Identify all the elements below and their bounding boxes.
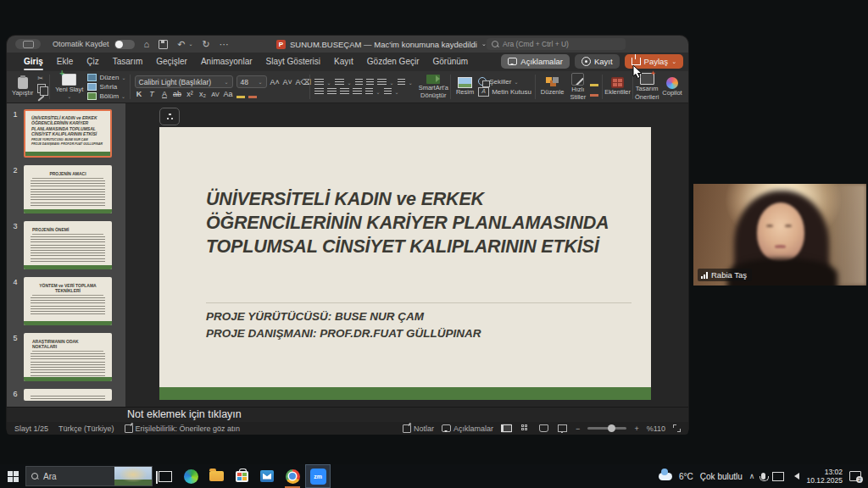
- layout-button[interactable]: Düzen⌄: [87, 74, 125, 81]
- align-right-icon[interactable]: [340, 88, 349, 96]
- zoom-app-button[interactable]: zm: [305, 464, 331, 488]
- weather-desc[interactable]: Çok bulutlu: [700, 472, 743, 481]
- thumbnail-item-1[interactable]: 1 ÜNİVERSİTELİ KADIN ve ERKEK ÖĞRENCİLER…: [7, 109, 125, 158]
- zoom-out-button[interactable]: −: [576, 424, 580, 433]
- thumbnail-slide-selected[interactable]: ÜNİVERSİTELİ KADIN ve ERKEK ÖĞRENCİLERİN…: [24, 109, 112, 158]
- textbox-button[interactable]: AMetin Kutusu: [478, 87, 531, 97]
- addins-button[interactable]: Eklentiler: [603, 71, 632, 103]
- taskbar-search-box[interactable]: Ara: [25, 466, 153, 486]
- subscript-button[interactable]: x₂: [198, 90, 208, 98]
- language-indicator[interactable]: Türkçe (Türkiye): [58, 424, 114, 433]
- tab-tasarim[interactable]: Tasarım: [106, 53, 150, 71]
- slide-thumbnail-panel[interactable]: 1 ÜNİVERSİTELİ KADIN ve ERKEK ÖĞRENCİLER…: [7, 103, 125, 407]
- new-slide-button[interactable]: Yeni Slayt ⌄: [53, 74, 85, 100]
- weather-icon[interactable]: [659, 473, 672, 480]
- thumbnail-slide[interactable]: PROJENİN AMACI: [24, 165, 112, 214]
- indent-decrease-icon[interactable]: [355, 79, 363, 86]
- tab-animasyonlar[interactable]: Animasyonlar: [194, 53, 259, 71]
- file-explorer-button[interactable]: [203, 464, 229, 488]
- change-case-button[interactable]: Aa: [224, 90, 233, 98]
- tray-expand-icon[interactable]: ∧: [749, 472, 755, 480]
- edge-taskbar-button[interactable]: [178, 464, 203, 488]
- font-size-select[interactable]: 48⌄: [236, 75, 267, 88]
- start-button[interactable]: [0, 464, 25, 488]
- font-name-select[interactable]: Calibri Light (Başlıklar)⌄: [135, 75, 233, 88]
- justify-icon[interactable]: [353, 88, 362, 96]
- tab-gozden-gecir[interactable]: Gözden Geçir: [360, 53, 426, 71]
- speaker-icon[interactable]: [791, 473, 799, 480]
- format-painter-icon[interactable]: [38, 95, 45, 101]
- slide-title[interactable]: ÜNİVERSİTELİ KADIN ve ERKEK ÖĞRENCİLERİN…: [206, 188, 640, 259]
- notes-placeholder[interactable]: Not eklemek için tıklayın: [127, 408, 242, 420]
- clock[interactable]: 13:02 10.12.2025: [806, 468, 843, 485]
- title-chevron-icon[interactable]: ⌄: [481, 41, 487, 47]
- zoom-level[interactable]: %110: [647, 424, 665, 433]
- microphone-icon[interactable]: [761, 473, 765, 480]
- tab-gorunum[interactable]: Görünüm: [426, 53, 476, 71]
- window-controls-pill[interactable]: [15, 39, 41, 49]
- grow-font-button[interactable]: A˄: [270, 78, 280, 86]
- notes-pane[interactable]: Not eklemek için tıklayın: [7, 407, 688, 422]
- paste-button[interactable]: Yapıştır: [10, 77, 35, 97]
- webcam-video-tile[interactable]: Rabia Taş: [693, 184, 866, 286]
- zoom-slider-knob[interactable]: [608, 424, 615, 432]
- picture-button[interactable]: Resim: [454, 77, 476, 96]
- thumbnail-item-6[interactable]: 6: [7, 389, 125, 401]
- quick-styles-button[interactable]: HızlıStiller: [568, 73, 587, 102]
- slide-counter[interactable]: Slayt 1/25: [14, 424, 48, 433]
- autosave-toggle[interactable]: [114, 40, 135, 49]
- reset-button[interactable]: Sıfırla: [87, 83, 125, 91]
- font-color-button[interactable]: [248, 90, 257, 98]
- highlight-color-button[interactable]: [236, 90, 245, 98]
- tab-slayt-gosterisi[interactable]: Slayt Gösterisi: [259, 53, 327, 71]
- chrome-button[interactable]: [280, 464, 305, 488]
- thumbnail-slide[interactable]: [24, 389, 112, 401]
- thumbnail-item-2[interactable]: 2 PROJENİN AMACI: [7, 165, 125, 214]
- indent-increase-icon[interactable]: [366, 79, 374, 86]
- zoom-in-button[interactable]: +: [634, 424, 638, 433]
- screen-share-icon[interactable]: [772, 472, 784, 481]
- thumbnail-item-4[interactable]: 4 YÖNTEM ve VERİ TOPLAMA TEKNİKLERİ: [7, 277, 125, 325]
- comments-button[interactable]: Açıklamalar: [501, 54, 570, 69]
- copy-icon[interactable]: [37, 84, 46, 93]
- tab-ekle[interactable]: Ekle: [50, 53, 80, 71]
- copilot-button[interactable]: Copilot: [660, 71, 683, 103]
- comments-toggle-button[interactable]: Açıklamalar: [442, 424, 493, 433]
- mail-button[interactable]: [254, 464, 280, 488]
- superscript-button[interactable]: x²: [186, 90, 195, 98]
- bold-button[interactable]: K: [135, 90, 144, 98]
- notes-toggle-button[interactable]: Notlar: [403, 424, 434, 433]
- shapes-button[interactable]: Şekiller⌄: [478, 77, 531, 86]
- annotation-tool-button[interactable]: [159, 108, 180, 125]
- home-icon[interactable]: ⌂: [144, 40, 150, 49]
- arrange-button[interactable]: Düzenle: [539, 77, 566, 96]
- redo-icon[interactable]: ↻: [202, 40, 209, 49]
- search-highlight-image[interactable]: [114, 467, 152, 485]
- save-icon[interactable]: [159, 40, 168, 49]
- thumbnail-slide[interactable]: ARAŞTIRMANIN ODAK NOKTALARI: [24, 333, 112, 381]
- search-input[interactable]: Ara (Cmd + Ctrl + U): [487, 38, 626, 50]
- strikethrough-button[interactable]: ab: [173, 90, 182, 98]
- section-button[interactable]: Bölüm⌄: [87, 92, 125, 100]
- more-commands-icon[interactable]: ⋯: [220, 40, 229, 49]
- weather-temp[interactable]: 6°C: [679, 472, 693, 481]
- slide-subtitle[interactable]: PROJE YÜRÜTÜCÜSÜ: BUSE NUR ÇAM PROJE DAN…: [206, 308, 481, 343]
- slideshow-button[interactable]: [557, 424, 568, 433]
- thumbnail-slide[interactable]: YÖNTEM ve VERİ TOPLAMA TEKNİKLERİ: [24, 277, 112, 325]
- thumbnail-item-5[interactable]: 5 ARAŞTIRMANIN ODAK NOKTALARI: [7, 333, 125, 381]
- fit-slide-button[interactable]: [673, 424, 681, 432]
- thumbnail-item-3[interactable]: 3 PROJENİN ÖNEMİ: [7, 221, 125, 269]
- notification-center-icon[interactable]: 2: [849, 471, 861, 481]
- shape-fill-icon[interactable]: [590, 78, 598, 86]
- slide-canvas[interactable]: ÜNİVERSİTELİ KADIN ve ERKEK ÖĞRENCİLERİN…: [159, 127, 651, 400]
- clear-formatting-button[interactable]: A⌫: [296, 78, 305, 86]
- bullets-icon[interactable]: [314, 79, 324, 86]
- convert-smartart-button[interactable]: SmartArt'aDönüştür: [417, 71, 450, 103]
- character-spacing-button[interactable]: AV: [211, 91, 220, 98]
- thumbnail-slide[interactable]: PROJENİN ÖNEMİ: [24, 221, 112, 269]
- tab-gecisler[interactable]: Geçişler: [149, 53, 194, 71]
- reading-view-button[interactable]: [538, 424, 549, 433]
- align-text-icon[interactable]: [384, 88, 392, 96]
- text-direction-icon[interactable]: [365, 88, 373, 96]
- tab-ciz[interactable]: Çiz: [80, 53, 105, 71]
